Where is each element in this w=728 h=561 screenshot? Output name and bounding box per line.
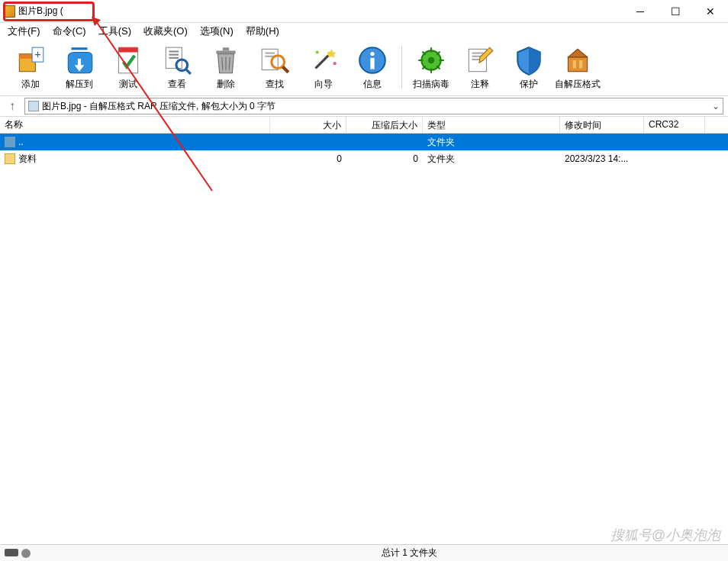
tool-sfx[interactable]: 自解压格式 — [553, 43, 602, 92]
menu-4[interactable]: 选项(N) — [194, 23, 240, 40]
chevron-down-icon: ⌄ — [712, 101, 720, 111]
file-list[interactable]: ..文件夹资料00文件夹2023/3/23 14:... — [0, 134, 728, 485]
path-combobox[interactable]: 图片B.jpg - 自解压格式 RAR 压缩文件, 解包大小为 0 字节 ⌄ — [24, 98, 723, 114]
tool-info[interactable]: 信息 — [348, 43, 397, 92]
path-text: 图片B.jpg - 自解压格式 RAR 压缩文件, 解包大小为 0 字节 — [42, 100, 275, 113]
test-icon — [112, 44, 144, 76]
svg-line-24 — [283, 66, 288, 72]
menu-2[interactable]: 工具(S) — [92, 23, 137, 40]
svg-rect-43 — [472, 53, 484, 54]
svg-line-25 — [316, 56, 329, 69]
virus-icon — [415, 44, 447, 76]
close-button[interactable]: ✕ — [693, 0, 728, 23]
window-title: 图片B.jpg ( — [18, 5, 63, 18]
separator — [401, 46, 402, 89]
minimize-button[interactable]: ─ — [623, 0, 658, 23]
wizard-icon — [308, 44, 340, 76]
add-icon: + — [14, 44, 47, 76]
svg-point-33 — [428, 57, 434, 63]
cell-crc — [644, 140, 705, 143]
col-packed[interactable]: 压缩后大小 — [346, 117, 423, 133]
tool-label: 向导 — [314, 78, 333, 91]
cell-modified — [560, 140, 644, 143]
tool-view[interactable]: 查看 — [153, 43, 201, 92]
svg-rect-48 — [579, 60, 582, 69]
updir-icon — [5, 137, 15, 147]
cell-type: 文件夹 — [423, 151, 560, 167]
menu-1[interactable]: 命令(C) — [47, 23, 92, 40]
svg-rect-31 — [370, 58, 374, 69]
cell-modified: 2023/3/23 14:... — [560, 152, 644, 166]
svg-rect-47 — [573, 60, 576, 69]
view-icon — [161, 44, 193, 76]
menubar: 文件(F)命令(C)工具(S)收藏夹(O)选项(N)帮助(H) — [0, 23, 728, 40]
cell-packed — [346, 140, 423, 143]
maximize-button[interactable]: ☐ — [658, 0, 693, 23]
menu-5[interactable]: 帮助(H) — [240, 23, 285, 40]
col-type[interactable]: 类型 — [423, 117, 560, 133]
tool-wizard[interactable]: 向导 — [299, 43, 348, 92]
tool-virus[interactable]: 扫描病毒 — [407, 43, 456, 92]
pathbar: ↑ 图片B.jpg - 自解压格式 RAR 压缩文件, 解包大小为 0 字节 ⌄ — [0, 96, 728, 117]
file-icon — [28, 101, 39, 111]
col-size[interactable]: 大小 — [270, 117, 346, 133]
svg-point-30 — [370, 52, 374, 56]
tool-label: 查看 — [168, 78, 186, 91]
tool-delete[interactable]: 删除 — [201, 43, 250, 92]
titlebar: 图片B.jpg ( ─ ☐ ✕ — [0, 0, 728, 23]
find-icon — [259, 44, 291, 76]
tool-label: 测试 — [119, 78, 137, 91]
svg-rect-10 — [169, 50, 179, 52]
delete-icon — [210, 44, 242, 76]
cell-type: 文件夹 — [423, 134, 560, 150]
info-icon — [356, 44, 388, 76]
tool-label: 注释 — [471, 78, 489, 91]
cell-size — [270, 140, 346, 143]
protect-icon — [513, 44, 545, 76]
up-button[interactable]: ↑ — [5, 98, 20, 114]
folder-icon — [5, 153, 15, 164]
cell-name: 资料 — [0, 151, 270, 167]
comment-icon — [464, 44, 496, 76]
tool-extract[interactable]: 解压到 — [55, 43, 104, 92]
tool-label: 添加 — [21, 78, 40, 91]
menu-0[interactable]: 文件(F) — [2, 23, 47, 40]
toolbar: +添加解压到测试查看删除查找向导信息扫描病毒注释保护自解压格式 — [0, 40, 728, 96]
svg-point-27 — [316, 50, 319, 53]
svg-rect-45 — [472, 59, 481, 60]
extract-icon — [63, 44, 95, 76]
statusbar: 总计 1 文件夹 — [0, 544, 728, 561]
cell-name: .. — [0, 135, 270, 149]
tool-label: 信息 — [363, 78, 382, 91]
svg-rect-8 — [118, 47, 137, 52]
col-name[interactable]: 名称 — [0, 117, 270, 133]
menu-3[interactable]: 收藏夹(O) — [137, 23, 194, 40]
tool-add[interactable]: +添加 — [6, 43, 55, 92]
svg-rect-21 — [265, 53, 275, 54]
tool-label: 删除 — [217, 78, 235, 91]
tool-comment[interactable]: 注释 — [456, 43, 504, 92]
tool-find[interactable]: 查找 — [250, 43, 299, 92]
tray-icons — [5, 549, 31, 558]
tool-test[interactable]: 测试 — [104, 43, 153, 92]
svg-rect-15 — [216, 50, 235, 53]
tool-protect[interactable]: 保护 — [504, 43, 553, 92]
cell-packed: 0 — [346, 152, 423, 166]
tool-label: 扫描病毒 — [413, 78, 449, 91]
col-modified[interactable]: 修改时间 — [560, 117, 644, 133]
tool-label: 查找 — [266, 78, 284, 91]
status-center: 总计 1 文件夹 — [382, 546, 728, 559]
table-row[interactable]: 资料00文件夹2023/3/23 14:... — [0, 150, 728, 167]
tool-label: 解压到 — [66, 78, 93, 91]
svg-rect-16 — [223, 47, 229, 50]
cell-size: 0 — [270, 152, 346, 166]
cell-crc — [644, 157, 705, 160]
svg-rect-11 — [169, 54, 179, 56]
col-crc[interactable]: CRC32 — [644, 117, 705, 133]
svg-rect-12 — [169, 57, 179, 59]
svg-point-28 — [333, 62, 337, 65]
tool-label: 保护 — [520, 78, 538, 91]
table-row[interactable]: ..文件夹 — [0, 134, 728, 150]
column-headers: 名称 大小 压缩后大小 类型 修改时间 CRC32 — [0, 117, 728, 134]
svg-line-14 — [186, 69, 191, 74]
